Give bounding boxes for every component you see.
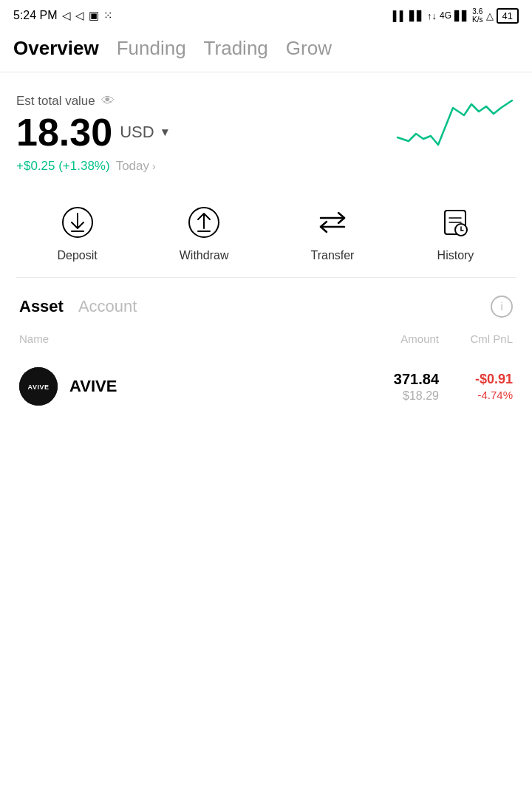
main-nav: Overview Funding Trading Grow: [0, 30, 532, 72]
currency-dropdown-icon[interactable]: ▾: [162, 126, 168, 138]
tab-account[interactable]: Account: [78, 297, 137, 316]
price-chart-svg: [398, 86, 516, 152]
change-amount: +$0.25 (+1.38%): [16, 159, 110, 174]
history-label: History: [437, 249, 474, 262]
col-header-amount: Amount: [350, 332, 439, 345]
tab-grow[interactable]: Grow: [286, 37, 332, 61]
transfer-button[interactable]: Transfer: [310, 203, 354, 262]
history-button[interactable]: History: [436, 203, 474, 262]
transfer-label: Transfer: [310, 249, 354, 262]
signal2-icon: ↑↓: [427, 10, 437, 21]
withdraw-label: Withdraw: [180, 249, 229, 262]
est-label: Est total value 👁: [16, 93, 168, 109]
asset-tab-group: Asset Account: [19, 297, 137, 316]
withdraw-icon: [185, 203, 223, 242]
tab-funding[interactable]: Funding: [117, 37, 186, 61]
network2-icon: ▋▋: [454, 10, 469, 21]
asset-tabs: Asset Account i: [16, 296, 516, 318]
change-row: +$0.25 (+1.38%) Today ›: [16, 159, 168, 174]
today-label[interactable]: Today ›: [116, 159, 156, 174]
mini-chart: [398, 86, 516, 152]
asset-amount-usd: $18.29: [350, 389, 439, 403]
asset-amount-main: 371.84: [350, 371, 439, 388]
amount-value: 18.30: [16, 113, 112, 151]
asset-pnl-amount: -$0.91: [439, 372, 513, 387]
asset-section: Asset Account i Name Amount Cml PnL AVIV…: [16, 278, 516, 416]
chevron-right-icon: ›: [152, 160, 156, 172]
table-row[interactable]: AVIVE AVIVE 371.84 $18.29 -$0.91 -4.74%: [16, 357, 516, 416]
location-icon: ◁: [62, 9, 71, 22]
status-indicators: ▌▌ ▋▋ ↑↓ 4G ▋▋ 3.6K/s △ 41: [393, 7, 519, 24]
action-buttons: Deposit Withdraw: [16, 196, 516, 278]
battery-icon: 41: [497, 8, 519, 24]
est-label-text: Est total value: [16, 94, 95, 109]
send-icon: ◁: [75, 9, 84, 22]
info-icon[interactable]: i: [491, 296, 513, 318]
alert-icon: △: [486, 10, 494, 21]
deposit-label: Deposit: [58, 249, 98, 262]
col-header-name: Name: [19, 332, 350, 345]
asset-pnl-pct: -4.74%: [439, 389, 513, 401]
svg-text:AVIVE: AVIVE: [28, 383, 50, 391]
speed-label: 3.6K/s: [472, 7, 482, 24]
withdraw-button[interactable]: Withdraw: [180, 203, 229, 262]
tab-trading[interactable]: Trading: [204, 37, 268, 61]
history-icon: [436, 203, 474, 242]
deposit-icon: [58, 203, 97, 242]
status-bar: 5:24 PM ◁ ◁ ▣ ⁙ ▌▌ ▋▋ ↑↓ 4G ▋▋ 3.6K/s △ …: [0, 0, 532, 30]
tab-asset[interactable]: Asset: [19, 297, 64, 316]
deposit-button[interactable]: Deposit: [58, 203, 98, 262]
asset-logo-avive: AVIVE: [19, 367, 58, 406]
asset-pnl-col: -$0.91 -4.74%: [439, 372, 513, 401]
main-content: Est total value 👁 18.30 USD ▾ +$0.25 (+1…: [0, 72, 532, 416]
eye-icon[interactable]: 👁: [101, 93, 115, 109]
vibrate-icon: ▌▌: [393, 10, 406, 21]
asset-name-avive: AVIVE: [69, 377, 117, 396]
sim-icon: ▣: [89, 9, 99, 22]
time-text: 5:24 PM: [13, 9, 58, 22]
grid-icon: ⁙: [103, 9, 113, 22]
tab-overview[interactable]: Overview: [13, 37, 99, 61]
total-value-section: Est total value 👁 18.30 USD ▾ +$0.25 (+1…: [16, 93, 516, 174]
transfer-icon: [313, 203, 352, 242]
network-label: 4G: [440, 10, 451, 21]
asset-amount-col: 371.84 $18.29: [350, 371, 439, 403]
col-header-pnl: Cml PnL: [439, 332, 513, 345]
table-headers: Name Amount Cml PnL: [16, 332, 516, 345]
asset-info: AVIVE AVIVE: [19, 367, 350, 406]
total-amount: 18.30 USD ▾: [16, 113, 168, 151]
currency-label: USD: [120, 124, 154, 140]
signal-icon: ▋▋: [409, 10, 424, 21]
value-left: Est total value 👁 18.30 USD ▾ +$0.25 (+1…: [16, 93, 168, 174]
status-time: 5:24 PM ◁ ◁ ▣ ⁙: [13, 9, 113, 22]
